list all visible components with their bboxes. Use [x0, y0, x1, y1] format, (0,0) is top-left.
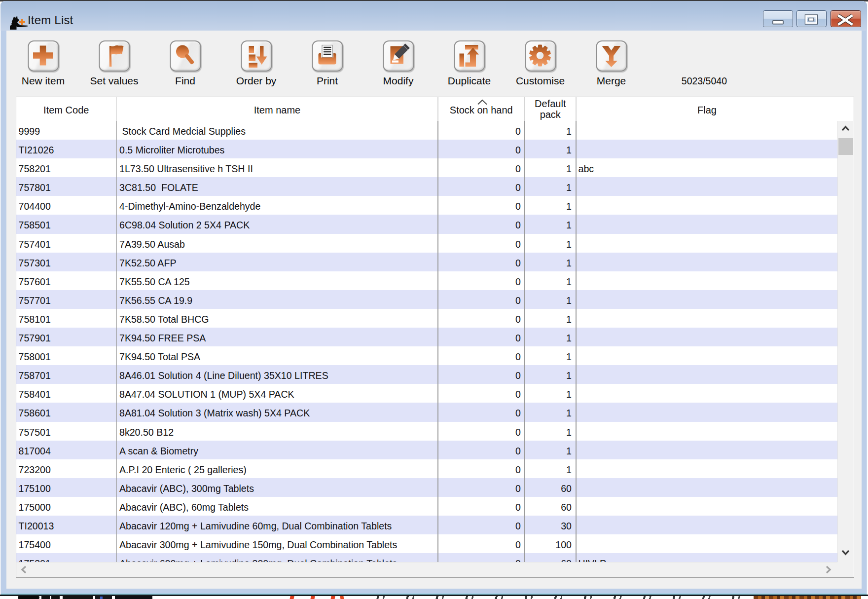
background-art [330, 596, 335, 599]
item-row-757301[interactable]: 7573017K52.50 AFP01 [16, 253, 837, 271]
grid-line [116, 441, 117, 459]
column-header-default_pack[interactable]: Default pack [525, 97, 576, 121]
grid-line [116, 328, 117, 346]
item-row-758401[interactable]: 7584018A47.04 SOLUTION 1 (MUP) 5X4 PACK0… [16, 384, 837, 403]
grid-line [116, 403, 117, 421]
grid-line [116, 478, 117, 497]
item-row-758101[interactable]: 7581017K58.50 Total BHCG01 [16, 309, 837, 328]
grid-line [437, 403, 438, 421]
item-row-704400[interactable]: 7044004-Dimethyl-Amino-Benzaldehyde01 [16, 196, 837, 215]
find-button[interactable] [170, 40, 201, 72]
grid-line [576, 459, 577, 478]
cell-item_code: 758701 [16, 365, 116, 384]
toolbar-item-find: Find [149, 40, 221, 90]
cell-item_name: Abacavir (ABC), 300mg Tablets [117, 478, 437, 497]
scroll-left-icon[interactable] [20, 565, 30, 576]
item-row-175301[interactable]: 175301Abacavir 600mg + Lamivudine 300mg,… [16, 553, 837, 562]
cell-item_name: 7K94.50 FREE PSA [117, 328, 437, 346]
horizontal-scrollbar[interactable] [16, 562, 837, 577]
minimize-button[interactable] [763, 10, 793, 27]
item-row-757501[interactable]: 7575018k20.50 B1201 [16, 422, 837, 441]
cell-default_pack: 1 [525, 158, 576, 177]
grid-line [524, 422, 525, 441]
item-row-757701[interactable]: 7577017K56.55 CA 19.901 [16, 290, 837, 309]
cell-default_pack: 1 [525, 177, 576, 196]
cell-stock_on_hand: 0 [438, 309, 525, 328]
cell-stock_on_hand: 0 [438, 290, 525, 309]
modify-button[interactable] [383, 40, 414, 72]
item-row-758001[interactable]: 7580017K94.50 Total PSA01 [16, 346, 837, 365]
grid-line [437, 422, 438, 441]
customise-button[interactable] [525, 40, 556, 72]
cell-flag [577, 196, 837, 215]
maximize-button[interactable] [796, 10, 827, 27]
cell-flag [577, 290, 837, 309]
scroll-up-icon[interactable] [841, 125, 850, 136]
cell-flag [577, 422, 837, 441]
cell-item_name: 7K52.50 AFP [117, 253, 437, 271]
background-image-sliver [754, 596, 861, 599]
column-header-flag[interactable]: Flag [577, 98, 838, 122]
item-row-175100[interactable]: 175100Abacavir (ABC), 300mg Tablets060 [16, 478, 837, 497]
item-row-758501[interactable]: 7585016C98.04 Solution 2 5X4 PACK01 [16, 215, 837, 233]
set-values-button[interactable] [99, 40, 130, 72]
item-row-757601[interactable]: 7576017K55.50 CA 12501 [16, 271, 837, 290]
toolbar-item-order-by: Order by [220, 40, 292, 90]
grid-line [437, 441, 438, 459]
item-row-758601[interactable]: 7586018A81.04 Solution 3 (Matrix wash) 5… [16, 403, 837, 421]
grid-line [437, 365, 438, 384]
cell-item_code: 757801 [16, 177, 116, 196]
cell-item_name: 4-Dimethyl-Amino-Benzaldehyde [117, 196, 437, 215]
order-by-button[interactable] [241, 40, 272, 72]
cell-item_name: 1L73.50 Ultrasensitive h TSH II [117, 158, 437, 177]
grid-line [524, 441, 525, 459]
item-row-175400[interactable]: 175400Abacavir 300mg + Lamivudine 150mg,… [16, 534, 837, 553]
cell-item_code: 758001 [16, 346, 116, 365]
vertical-scrollbar[interactable] [837, 121, 853, 562]
grid-line [116, 497, 117, 516]
cell-default_pack: 1 [525, 271, 576, 290]
vertical-scrollbar-thumb[interactable] [838, 138, 853, 155]
grid-line [437, 309, 438, 328]
grid-line [437, 328, 438, 346]
scroll-right-icon[interactable] [825, 565, 834, 576]
grid-line [524, 478, 525, 497]
cell-item_name: A.P.I 20 Enteric ( 25 galleries) [117, 459, 437, 478]
item-row-817004[interactable]: 817004A scan & Biometry01 [16, 441, 837, 459]
cell-item_code: 175000 [16, 497, 116, 516]
item-row-758701[interactable]: 7587018A46.01 Solution 4 (Line Diluent) … [16, 365, 837, 384]
grid-line [524, 365, 525, 384]
item-row-758201[interactable]: 7582011L73.50 Ultrasensitive h TSH II01a… [16, 158, 837, 177]
item-row-757401[interactable]: 7574017A39.50 Ausab01 [16, 234, 837, 253]
grid-line [576, 478, 577, 497]
cell-stock_on_hand: 0 [438, 253, 525, 271]
item-row-TI20013[interactable]: TI20013Abacavir 120mg + Lamivudine 60mg,… [16, 516, 837, 534]
cell-default_pack: 60 [525, 497, 576, 516]
grid-line [576, 346, 577, 365]
cell-flag: HIVLP [577, 553, 837, 562]
item-row-9999[interactable]: 9999 Stock Card Medcial Supplies01 [16, 121, 837, 140]
background-art [310, 596, 315, 599]
item-row-TI21026[interactable]: TI210260.5 Microliter Microtubes01 [16, 140, 837, 158]
new-item-button[interactable] [28, 40, 59, 72]
cell-stock_on_hand: 0 [438, 516, 525, 534]
titlebar[interactable]: Item List [0, 1, 867, 31]
item-row-757801[interactable]: 7578013C81.50 FOLATE01 [16, 177, 837, 196]
print-button[interactable] [312, 40, 343, 72]
column-header-item_name[interactable]: Item name [117, 98, 437, 122]
item-row-757901[interactable]: 7579017K94.50 FREE PSA01 [16, 328, 837, 346]
merge-button[interactable] [596, 40, 627, 72]
scroll-down-icon[interactable] [841, 549, 850, 560]
cell-item_code: 817004 [16, 441, 116, 459]
item-row-723200[interactable]: 723200A.P.I 20 Enteric ( 25 galleries)01 [16, 459, 837, 478]
duplicate-button[interactable] [454, 40, 485, 72]
column-header-item_code[interactable]: Item Code [16, 98, 116, 122]
grid-line [576, 422, 577, 441]
new-item-label: New item [7, 75, 79, 87]
item-row-175000[interactable]: 175000Abacavir (ABC), 60mg Tablets060 [16, 497, 837, 516]
cell-stock_on_hand: 0 [438, 215, 525, 233]
close-button[interactable] [831, 10, 861, 27]
grid-line [437, 196, 438, 215]
grid-line [116, 365, 117, 384]
find-label: Find [149, 75, 221, 87]
